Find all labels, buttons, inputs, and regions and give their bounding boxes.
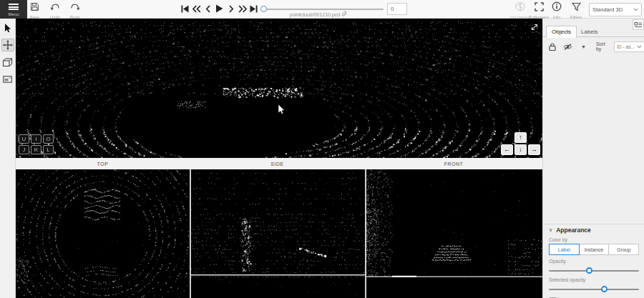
objects-toolbar: ▼ Sort by ID - as... [543,40,644,53]
step-backward-button[interactable] [203,3,213,14]
color-by-label-button[interactable]: Label [549,244,580,255]
filters-button[interactable]: Filters [565,1,587,19]
opacity-slider-handle[interactable] [586,267,592,274]
redo-icon [70,1,80,14]
filters-label: Filters [570,15,582,19]
pan-right-button[interactable]: → [528,144,540,155]
undo-icon [50,1,60,14]
opacity-slider[interactable] [549,267,639,274]
fullscreen-icon [535,1,544,14]
skip-start-icon [181,5,189,13]
side-view-label: SIDE [190,158,365,169]
fast-backward-button[interactable] [192,3,201,14]
side-view-canvas[interactable] [191,169,365,298]
panel-tabs: Objects Labels [543,26,644,37]
front-view-label: FRONT [365,158,542,169]
play-button[interactable] [215,3,224,14]
move-tool-icon [3,40,13,50]
sort-by-label: Sort by [596,41,611,51]
play-icon [215,4,223,13]
color-by-segmented-control: Label Instance Group [549,244,639,255]
select-tool-button[interactable] [1,21,14,34]
step-forward-icon [228,5,234,13]
cuboid-tool-button[interactable] [1,56,14,69]
ortho-view-labels: TOP SIDE FRONT [16,158,542,169]
info-icon [552,1,562,14]
ortho-views-row [16,169,542,298]
filename: pointcloud/001210.pcd [258,11,379,17]
menu-icon [9,2,19,11]
skip-start-button[interactable] [180,3,190,14]
save-label: Save [29,15,39,19]
fast-forward-icon [238,5,247,13]
image-overlay-icon [3,76,12,83]
lock-all-button[interactable] [549,43,556,51]
skip-end-icon [250,5,258,13]
color-by-instance-button[interactable]: Instance [580,244,610,255]
cuboid-tool-icon [2,58,13,67]
view-mode-select[interactable]: Standard 3D [589,3,642,16]
fast-forward-button[interactable] [238,3,247,14]
color-by-label: Color by [549,237,639,242]
info-button[interactable]: Info [546,1,567,19]
pan-up-button[interactable]: ↑ [514,132,527,143]
filter-icon [572,1,581,14]
timeline-slider[interactable] [263,9,384,10]
info-label: Info [553,15,560,19]
sort-select-value: ID - as... [617,44,637,49]
save-button[interactable]: Save [24,1,45,19]
expand-view-button[interactable] [530,21,539,34]
selected-opacity-slider[interactable] [549,286,639,292]
tab-objects[interactable]: Objects [546,26,577,38]
redo-button[interactable]: Redo [64,1,86,19]
rotation-keypad: U I O J K L [19,134,54,154]
chevron-down-icon [637,45,642,49]
cursor-icon [278,104,286,119]
pan-down-button[interactable]: ↓ [514,144,527,155]
main-3d-view[interactable]: U I O J K L ↑ ← ↓ → [16,19,542,158]
key-k-button[interactable]: K [31,145,42,154]
brain-icon [514,1,526,14]
opacity-slider-track [549,270,639,272]
top-toolbar: Menu Save Undo Redo pointcloud/001210.pc… [0,0,644,19]
key-l-button[interactable]: L [43,145,54,154]
lock-icon [549,43,556,51]
selected-opacity-label: Selected opacity [549,277,639,282]
hide-all-button[interactable] [563,43,572,51]
color-by-group-button[interactable]: Group [609,244,639,255]
top-view-canvas[interactable] [16,169,190,298]
key-i-button[interactable]: I [31,134,42,144]
frame-number-input[interactable] [387,3,407,15]
ml-status-label: not trained [510,15,530,19]
key-u-button[interactable]: U [19,134,29,144]
caret-down-icon[interactable]: ▼ [581,44,586,49]
opacity-label: Opacity [549,259,639,264]
undo-label: Undo [50,15,60,19]
key-o-button[interactable]: O [43,134,54,144]
chevron-down-icon [633,8,638,11]
pan-left-button[interactable]: ← [501,144,513,155]
step-backward-icon [205,5,211,13]
move-tool-button[interactable] [1,39,14,51]
tab-labels[interactable]: Labels [576,26,603,37]
view-mode-value: Standard 3D [592,6,633,13]
collapse-chevron-icon: ∨ [549,227,552,233]
expand-icon [530,23,539,31]
pan-arrow-pad: ↑ ← ↓ → [501,131,540,155]
undo-button[interactable]: Undo [44,1,66,19]
save-icon [30,1,39,14]
menu-label: Menu [8,12,19,16]
appearance-header[interactable]: ∨ Appearance [549,227,639,234]
image-overlay-tool-button[interactable] [1,73,14,86]
left-tool-sidebar [0,19,16,298]
eye-off-icon [563,43,572,51]
front-view-canvas[interactable] [366,169,542,298]
step-forward-button[interactable] [226,3,235,14]
selected-opacity-slider-track [549,289,639,290]
main-3d-canvas[interactable] [16,19,542,158]
selected-opacity-slider-handle[interactable] [601,286,608,292]
key-j-button[interactable]: J [19,145,29,154]
appearance-title: Appearance [556,227,591,234]
sort-select[interactable]: ID - as... [614,41,644,52]
right-panel: Objects Labels ▼ Sort by ID - as... ∨ Ap… [542,19,644,298]
